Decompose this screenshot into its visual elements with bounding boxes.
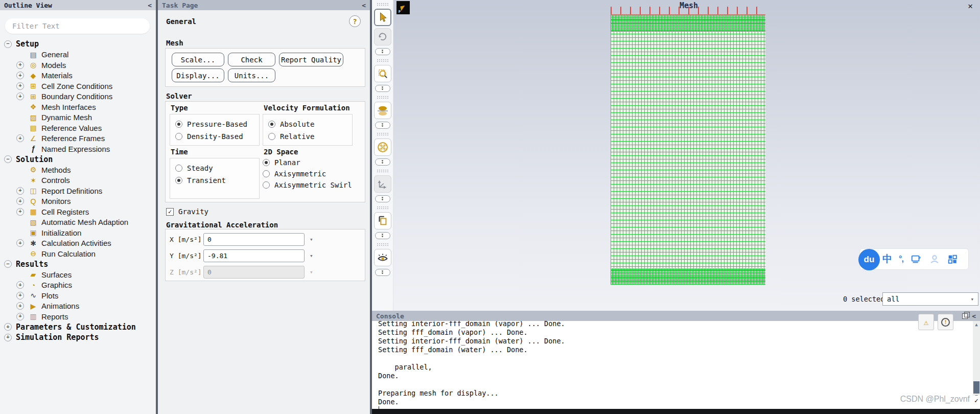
pointer-tool-button[interactable] — [374, 9, 391, 26]
display-button[interactable]: Display... — [172, 68, 224, 82]
radio-selected-icon[interactable] — [263, 159, 270, 166]
radio-selected-icon[interactable] — [175, 121, 182, 128]
check-button[interactable]: Check — [228, 53, 275, 66]
sidebar-item-reports[interactable]: ▥Reports — [0, 311, 156, 322]
sidebar-item-cell-zone-conditions[interactable]: ⊞Cell Zone Conditions — [0, 81, 156, 91]
radio-icon[interactable] — [263, 170, 270, 177]
sidebar-item-results[interactable]: Results — [0, 259, 156, 270]
radio-axisymmetric-swirl[interactable]: Axisymmetric Swirl — [263, 179, 352, 191]
surface-display-tool-button[interactable] — [374, 102, 391, 119]
sidebar-item-graphics[interactable]: ◔Graphics — [0, 280, 156, 291]
outline-collapse-icon[interactable]: < — [148, 2, 152, 9]
expand-plus-icon[interactable] — [16, 187, 24, 195]
gravity-checkbox[interactable]: ✓ — [166, 208, 174, 216]
sidebar-item-parameters-customization[interactable]: Parameters & Customization — [0, 322, 156, 333]
sidebar-item-monitors[interactable]: QMonitors — [0, 196, 156, 207]
collapse-minus-icon[interactable] — [4, 155, 12, 163]
sidebar-item-calculation-activities[interactable]: ✱Calculation Activities — [0, 238, 156, 249]
filter-text-input[interactable] — [5, 18, 150, 34]
expand-plus-icon[interactable] — [16, 134, 24, 142]
sidebar-item-dynamic-mesh[interactable]: ▨Dynamic Mesh — [0, 112, 156, 123]
expand-plus-icon[interactable] — [16, 208, 24, 216]
sidebar-item-solution[interactable]: Solution — [0, 154, 156, 165]
gravity-checkbox-row[interactable]: ✓ Gravity — [166, 208, 208, 216]
virtual-keyboard-icon[interactable] — [910, 254, 922, 265]
scrollbar-thumb[interactable] — [973, 381, 979, 394]
toolbar-grip[interactable] — [377, 206, 389, 210]
close-icon[interactable]: ✕ — [968, 1, 973, 11]
gravity-y-input[interactable] — [203, 249, 305, 262]
scroll-up-icon[interactable]: ▲ — [973, 321, 980, 328]
expand-plus-icon[interactable] — [16, 197, 24, 205]
sidebar-item-cell-registers[interactable]: ▦Cell Registers — [0, 206, 156, 217]
show-errors-button[interactable]: ! — [938, 314, 953, 330]
copy-screenshot-tool-button[interactable] — [374, 212, 391, 229]
user-profile-icon[interactable] — [929, 254, 940, 265]
expand-plus-icon[interactable] — [4, 323, 12, 331]
sidebar-item-plots[interactable]: ∿Plots — [0, 290, 156, 301]
expand-plus-icon[interactable] — [16, 61, 24, 69]
sidebar-item-run-calculation[interactable]: ⊖Run Calculation — [0, 248, 156, 259]
task-page-collapse-icon[interactable]: < — [362, 2, 366, 9]
expand-plus-icon[interactable] — [16, 292, 24, 300]
toolbar-grip[interactable] — [377, 243, 389, 246]
sidebar-item-animations[interactable]: ▶Animations — [0, 301, 156, 312]
sidebar-item-reference-values[interactable]: ▤Reference Values — [0, 123, 156, 133]
toolbar-grip[interactable] — [377, 59, 389, 62]
sidebar-item-controls[interactable]: ✶Controls — [0, 175, 156, 186]
expand-plus-icon[interactable] — [16, 281, 24, 289]
help-button[interactable]: ? — [349, 15, 361, 27]
baidu-ime-logo[interactable]: du — [858, 249, 880, 270]
expand-plus-icon[interactable] — [16, 93, 24, 100]
toolbar-grip[interactable] — [377, 3, 389, 6]
sidebar-item-named-expressions[interactable]: ƒNamed Expressions — [0, 144, 156, 154]
collapse-minus-icon[interactable] — [4, 40, 12, 48]
view-visibility-tool-button[interactable] — [374, 249, 391, 266]
toolbar-grip[interactable] — [377, 132, 389, 136]
punctuation-mode-button[interactable]: °, — [899, 255, 903, 264]
toolbar-grip[interactable] — [377, 169, 389, 173]
radio-transient[interactable]: Transient — [175, 175, 259, 186]
radio-icon[interactable] — [263, 181, 270, 189]
radio-relative[interactable]: Relative — [268, 131, 352, 142]
axes-tool-button[interactable] — [374, 175, 391, 193]
zoom-box-tool-button[interactable] — [374, 65, 391, 82]
sidebar-item-surfaces[interactable]: ▰Surfaces — [0, 269, 156, 280]
gravity-y-dropdown-icon[interactable]: ▾ — [310, 252, 313, 259]
scale-button[interactable]: Scale... — [172, 53, 224, 66]
expand-plus-icon[interactable] — [4, 334, 12, 341]
toolbar-grip[interactable] — [377, 96, 389, 99]
sidebar-item-mesh-interfaces[interactable]: ❖Mesh Interfaces — [0, 102, 156, 112]
radio-planar[interactable]: Planar — [263, 157, 352, 168]
expand-plus-icon[interactable] — [16, 239, 24, 247]
sidebar-item-general[interactable]: ▤General — [0, 50, 156, 60]
sidebar-item-report-definitions[interactable]: ◫Report Definitions — [0, 186, 156, 196]
units-button[interactable]: Units... — [228, 68, 275, 82]
radio-icon[interactable] — [268, 133, 275, 140]
graphics-viewport[interactable]: ▾▾ ▾▾ ▾▾ ▾▾ ▾▾ — [372, 0, 980, 311]
radio-axisymmetric[interactable]: Axisymmetric — [263, 168, 352, 179]
report-quality-button[interactable]: Report Quality — [279, 53, 343, 66]
view-tools-expander[interactable]: ▾▾ — [375, 158, 390, 166]
console-float-icon[interactable] — [962, 313, 968, 319]
sidebar-item-simulation-reports[interactable]: Simulation Reports — [0, 332, 156, 343]
pointer-tools-expander[interactable]: ▾▾ — [375, 48, 390, 55]
rotate-view-button[interactable] — [374, 28, 391, 45]
sidebar-item-models[interactable]: ◎Models — [0, 60, 156, 71]
visibility-tools-expander[interactable]: ▾▾ — [375, 269, 390, 276]
expand-plus-icon[interactable] — [16, 72, 24, 79]
gravity-x-dropdown-icon[interactable]: ▾ — [310, 236, 313, 243]
show-warnings-button[interactable]: ⚠ — [918, 314, 934, 330]
sidebar-item-reference-frames[interactable]: ∠Reference Frames — [0, 133, 156, 144]
language-mode-button[interactable]: 中 — [882, 252, 892, 266]
mesh-tab-icon[interactable]: ◤ F — [396, 1, 410, 14]
sidebar-item-initialization[interactable]: ▣Initialization — [0, 227, 156, 238]
surface-filter-dropdown[interactable]: all ▾ — [882, 292, 978, 306]
collapse-minus-icon[interactable] — [4, 260, 12, 268]
copy-tools-expander[interactable]: ▾▾ — [375, 232, 390, 239]
radio-icon[interactable] — [175, 133, 182, 140]
console-scrollbar[interactable]: ▲ ▼ — [973, 321, 980, 400]
perspective-tool-button[interactable] — [374, 139, 391, 156]
sidebar-item-methods[interactable]: ⚙Methods — [0, 165, 156, 175]
console-collapse-icon[interactable]: < — [972, 312, 976, 320]
